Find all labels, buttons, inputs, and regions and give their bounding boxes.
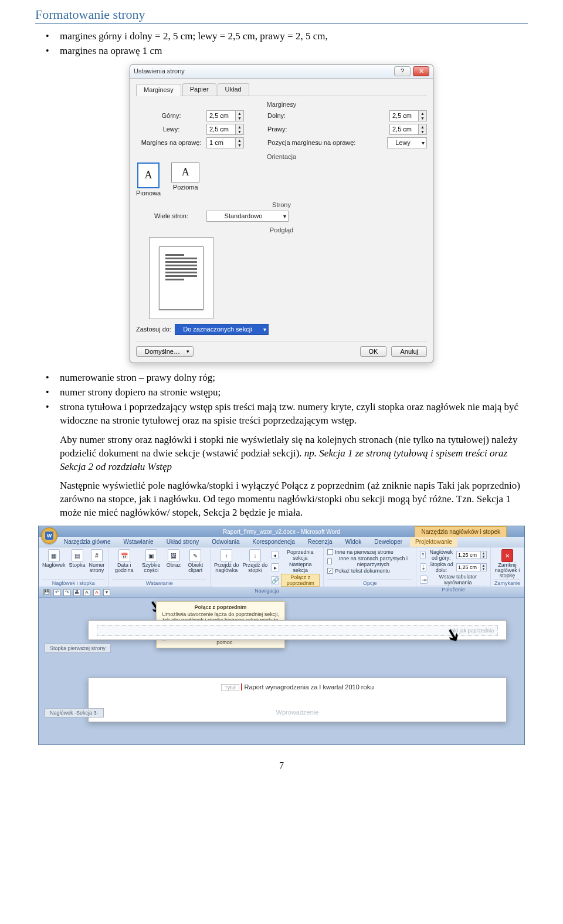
page-number-icon: # [91,549,103,562]
picture-icon: 🖼 [168,549,179,562]
header-button[interactable]: ▦ Nagłówek [42,549,66,573]
dialog-title: Ustawienia strony [134,67,185,75]
insert-alignment-tab-button[interactable]: ⇥ Wstaw tabulator wyrównania [420,574,487,585]
body-grayed-text: Wprowadzenie [97,709,498,716]
next-section-icon: ▸ [271,563,279,571]
word-ribbon-screenshot: W Raport_firmy_wzor_v2.docx - Microsoft … [38,526,525,745]
lbl-top: Górny: [136,112,206,119]
save-icon[interactable]: 💾 [43,589,50,596]
tab-developer[interactable]: Deweloper [369,537,408,547]
tab-layout[interactable]: Układ strony [161,537,205,547]
print-icon[interactable]: 🖶 [73,589,80,596]
default-button[interactable]: Domyślne… [136,346,194,357]
alignment-tab-icon: ⇥ [420,576,427,584]
prev-section-button[interactable]: ◂ Poprzednia sekcja [271,549,320,561]
left-margin-input[interactable] [207,124,235,134]
spin-top[interactable]: ▲▼ [206,110,244,121]
window-title-bar: Raport_firmy_wzor_v2.docx - Microsoft Wo… [39,526,524,537]
tab-review[interactable]: Recenzja [303,537,338,547]
dialog-titlebar: Ustawienia strony ? ✕ [130,65,433,79]
apply-to-select[interactable]: Do zaznaczonych sekcji [175,324,269,335]
header-from-top-label: Nagłówek od góry: [428,549,455,561]
spin-right[interactable]: ▲▼ [389,124,427,135]
window-title: Raport_firmy_wzor_v2.docx - Microsoft Wo… [223,529,340,535]
mid-bullets: numerowanie stron – prawy dolny róg; num… [35,371,528,428]
lbl-gutter-pos: Pozycja marginesu na oprawę: [267,139,355,146]
close-headerfooter-button[interactable]: ✕ Zamknij nagłówek i stopkę [494,549,520,578]
footer-from-bottom-input[interactable]: ▲▼ [456,563,487,571]
tab-margins[interactable]: Marginesy [136,84,181,96]
paragraph-2: Następnie wyświetlić pole nagłówka/stopk… [35,479,528,520]
show-document-text-check[interactable]: ✓Pokaż tekst dokumentu [327,568,412,574]
footer-region[interactable]: Taki jak poprzednio [97,625,498,636]
orientation-portrait-label: Pionowa [136,189,161,197]
undo-icon[interactable]: ↶ [53,589,60,596]
header-region[interactable]: Tytuł Raport wynagrodzenia za I kwartał … [97,681,498,702]
tab-references[interactable]: Odwołania [206,537,245,547]
orientation-landscape-label: Pozioma [173,184,198,191]
group-label-close: Zamykanie [494,579,520,586]
gutter-pos-select[interactable]: Lewy [387,137,427,148]
lbl-right: Prawy: [267,126,287,133]
group-close: ✕ Zamknij nagłówek i stopkę Zamykanie [491,547,524,587]
clipart-button[interactable]: ✎ Obiekt clipart [184,549,206,573]
group-position: ⇡ Nagłówek od góry: ▲▼ ⇣ Stopka od dołu:… [416,547,491,587]
tab-insert[interactable]: Wstawianie [118,537,159,547]
lbl-gutter: Margines na oprawę: [136,139,206,146]
goto-footer-button[interactable]: ↓ Przejdź do stopki [243,549,268,587]
ribbon-body: ▦ Nagłówek ▤ Stopka # Numer strony Nagłó… [39,547,524,587]
right-margin-input[interactable] [390,124,418,134]
footer-button[interactable]: ▤ Stopka [69,549,86,573]
tab-mailings[interactable]: Korespondencja [247,537,300,547]
font-icon[interactable]: A [83,589,90,596]
page-2-header-area: Tytuł Raport wynagrodzenia za I kwartał … [88,678,507,722]
quick-parts-button[interactable]: ▣ Szybkie części [140,549,163,573]
tab-view[interactable]: Widok [340,537,367,547]
document-area: ➔ Połącz z poprzednim Umożliwia utworzen… [39,598,524,744]
multi-pages-select[interactable]: Standardowo [206,211,289,222]
tab-home[interactable]: Narzędzia główne [59,537,116,547]
bottom-margin-input[interactable] [390,111,418,121]
tab-layout[interactable]: Układ [218,83,249,96]
different-first-page-check[interactable]: Inne na pierwszej stronie [327,549,412,555]
dialog-tabs: Marginesy Papier Układ [136,83,427,96]
help-button[interactable]: ? [394,66,411,76]
top-margin-input[interactable] [207,111,235,121]
contextual-tab-label: Narzędzia nagłówków i stopek [415,526,507,537]
tab-design[interactable]: Projektowanie [410,537,457,547]
different-odd-even-check[interactable]: Inne na stronach parzystych i nieparzyst… [327,556,412,567]
font-color-icon[interactable]: A [93,589,100,596]
page-number-button[interactable]: # Numer strony [89,549,105,573]
group-label-nav: Nawigacja [214,587,320,594]
date-time-button[interactable]: 📅 Data i godzina [113,549,136,573]
group-preview-label: Podgląd [136,226,427,233]
group-label-hf: Nagłówek i stopka [42,579,105,586]
cancel-button[interactable]: Anuluj [391,346,427,357]
footer-from-bottom-icon: ⇣ [420,563,426,571]
spin-bottom[interactable]: ▲▼ [389,110,427,121]
redo-icon[interactable]: ↷ [63,589,70,596]
header-from-top-input[interactable]: ▲▼ [456,551,487,559]
goto-header-button[interactable]: ↑ Przejdź do nagłówka [214,549,239,587]
close-button[interactable]: ✕ [413,66,429,76]
dropdown-icon[interactable]: ▾ [103,589,110,596]
next-section-button[interactable]: ▸ Następna sekcja [271,561,320,573]
goto-footer-icon: ↓ [249,549,261,562]
tab-paper[interactable]: Papier [182,83,216,96]
footer-from-bottom-label: Stopka od dołu: [428,561,455,573]
link-to-previous-toggle[interactable]: 🔗 Połącz z poprzednim [271,574,320,587]
group-navigation: ↑ Przejdź do nagłówka ↓ Przejdź do stopk… [211,547,324,587]
picture-button[interactable]: 🖼 Obraz [167,549,181,573]
orientation-landscape[interactable]: A Pozioma [171,163,199,197]
link-to-previous-label: Połącz z poprzednim [281,574,320,587]
ok-button[interactable]: OK [360,346,387,357]
spin-left[interactable]: ▲▼ [206,124,244,135]
spin-gutter[interactable]: ▲▼ [206,137,244,148]
orientation-portrait[interactable]: A Pionowa [136,163,161,197]
bullet-item: numerowanie stron – prawy dolny róg; [60,371,528,385]
lbl-bottom: Dolny: [267,112,286,119]
section-title: Formatowanie strony [35,7,528,24]
gutter-input[interactable] [207,138,235,148]
bullet-item: numer strony dopiero na stronie wstępu; [60,386,528,400]
quick-parts-icon: ▣ [145,549,157,562]
